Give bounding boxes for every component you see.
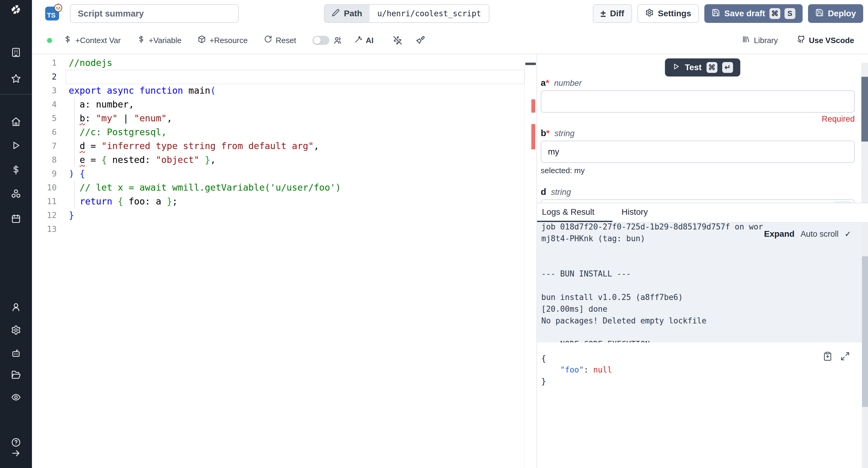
mascot-icon bbox=[54, 3, 63, 12]
main-area: TS Path u/henri/coolest_script ± Diff bbox=[32, 0, 868, 468]
expand-result-icon[interactable] bbox=[840, 352, 850, 364]
code-editor[interactable]: 12345678910111213 //nodejsexport async f… bbox=[32, 54, 536, 468]
windmill-logo-icon[interactable] bbox=[10, 4, 22, 16]
gear-icon bbox=[11, 325, 21, 336]
sidebar-item-workers[interactable] bbox=[0, 348, 32, 359]
line-number: 1 bbox=[32, 56, 66, 70]
log-line: --- NODE CODE EXECUTION --- bbox=[541, 338, 850, 342]
code-line-12[interactable]: } bbox=[66, 208, 524, 222]
sidebar-item-favorites[interactable] bbox=[0, 73, 32, 85]
line-number: 6 bbox=[32, 125, 66, 139]
sidebar-item-variables[interactable] bbox=[0, 165, 32, 176]
help-icon bbox=[11, 437, 21, 449]
sidebar-item-settings[interactable] bbox=[0, 325, 32, 336]
result-json-line: "foo": null bbox=[541, 364, 868, 375]
test-button[interactable]: Test ⌘ ↵ bbox=[665, 59, 740, 76]
sidebar-item-workspace[interactable] bbox=[0, 47, 32, 59]
pencil-icon bbox=[332, 9, 340, 19]
logs-result-panel: Logs & Result History job 018d7f20-27f0-… bbox=[537, 203, 868, 468]
topbar: TS Path u/henri/coolest_script ± Diff bbox=[32, 0, 868, 27]
code-line-6[interactable]: //c: Postgresql, bbox=[66, 125, 524, 139]
check-icon: ✓ bbox=[844, 230, 851, 239]
sidebar-item-account[interactable] bbox=[0, 302, 32, 313]
code-line-11[interactable]: return { foo: a }; bbox=[66, 195, 524, 208]
sidebar-item-resources[interactable] bbox=[0, 189, 32, 200]
line-number: 13 bbox=[32, 222, 66, 236]
sidebar-item-help[interactable] bbox=[0, 437, 32, 449]
logs-scrollbar[interactable] bbox=[862, 223, 868, 468]
test-args-form: Test ⌘ ↵ a* number Required b* string bbox=[537, 54, 868, 203]
add-variable-button[interactable]: +Variable bbox=[137, 35, 182, 45]
reset-button[interactable]: Reset bbox=[264, 35, 296, 45]
autoscroll-toggle[interactable]: Auto scroll bbox=[801, 230, 838, 239]
save-draft-button[interactable]: Save draft ⌘ S bbox=[704, 4, 802, 23]
logs-output[interactable]: job 018d7f20-27f0-725d-1b29-8d85179d757f… bbox=[537, 223, 868, 342]
user-icon bbox=[11, 302, 21, 313]
refresh-icon bbox=[264, 35, 272, 45]
code-line-7[interactable]: d = "inferred type string from default a… bbox=[66, 139, 524, 153]
add-resource-button[interactable]: +Resource bbox=[198, 35, 247, 45]
form-scrollbar[interactable] bbox=[861, 63, 868, 203]
code-line-3[interactable]: export async function main( bbox=[66, 84, 524, 98]
ai-assistant-button[interactable]: AI bbox=[354, 35, 374, 45]
sidebar-item-home[interactable] bbox=[0, 116, 32, 128]
code-line-1[interactable]: //nodejs bbox=[66, 56, 524, 70]
users-icon bbox=[333, 36, 342, 45]
log-line: [20.00ms] done bbox=[541, 303, 850, 315]
code-line-9[interactable]: ) { bbox=[66, 167, 524, 181]
cmd-key-hint: ⌘ bbox=[770, 8, 780, 19]
windmill-app: TS Path u/henri/coolest_script ± Diff bbox=[0, 0, 868, 468]
assistant-off-icon[interactable] bbox=[393, 36, 402, 45]
error-marker bbox=[531, 124, 535, 149]
field-d-input[interactable] bbox=[541, 199, 855, 203]
tab-history[interactable]: History bbox=[613, 203, 657, 222]
code-line-4[interactable]: a: number, bbox=[66, 98, 524, 111]
deploy-button[interactable]: Deploy bbox=[808, 4, 863, 23]
sidebar-item-audit-logs[interactable] bbox=[0, 392, 32, 404]
use-vscode-button[interactable]: Use VScode bbox=[797, 35, 854, 45]
topbar-actions: ± Diff Settings Save draft ⌘ S Deploy bbox=[593, 4, 863, 23]
add-context-var-button[interactable]: +Context Var bbox=[64, 35, 121, 45]
code-line-2[interactable] bbox=[66, 70, 524, 84]
line-number: 3 bbox=[32, 84, 66, 98]
format-brush-icon[interactable] bbox=[416, 36, 425, 45]
editor-code[interactable]: //nodejsexport async function main( a: n… bbox=[66, 56, 524, 236]
sidebar-item-schedules[interactable] bbox=[0, 213, 32, 225]
library-button[interactable]: Library bbox=[742, 35, 778, 45]
code-line-10[interactable]: // let x = await wmill.getVariable('u/us… bbox=[66, 181, 524, 195]
script-summary-input[interactable] bbox=[70, 4, 239, 23]
field-a-input[interactable] bbox=[541, 90, 855, 113]
path-field[interactable]: Path u/henri/coolest_script bbox=[324, 4, 490, 23]
indent-guide bbox=[74, 98, 75, 167]
path-value[interactable]: u/henri/coolest_script bbox=[370, 5, 489, 22]
editor-gutter: 12345678910111213 bbox=[32, 56, 66, 236]
tab-logs-result[interactable]: Logs & Result bbox=[537, 203, 613, 222]
save-icon bbox=[712, 8, 720, 19]
code-line-8[interactable]: e = { nested: "object" }, bbox=[66, 153, 524, 167]
sidebar-item-folders[interactable] bbox=[0, 370, 32, 381]
path-label: Path bbox=[344, 9, 362, 19]
result-output: { "foo": null} bbox=[537, 342, 868, 468]
diff-button[interactable]: ± Diff bbox=[593, 4, 632, 23]
s-key-hint: S bbox=[784, 8, 795, 19]
code-line-5[interactable]: b: "my" | "enum", bbox=[66, 111, 524, 125]
overview-ruler[interactable] bbox=[524, 54, 536, 468]
line-number: 8 bbox=[32, 153, 66, 167]
code-line-13[interactable] bbox=[66, 222, 524, 236]
diff-mode-toggle[interactable] bbox=[313, 36, 330, 45]
field-b-label: b* string bbox=[541, 128, 855, 138]
copy-result-icon[interactable] bbox=[823, 352, 832, 364]
save-icon bbox=[815, 8, 824, 19]
sidebar-item-runs[interactable] bbox=[0, 140, 32, 152]
status-dot bbox=[47, 38, 52, 43]
expand-logs-button[interactable]: Expand bbox=[764, 229, 795, 239]
run-panel: Test ⌘ ↵ a* number Required b* string bbox=[536, 54, 868, 468]
typescript-badge-label: TS bbox=[47, 11, 56, 19]
field-b-input[interactable] bbox=[541, 141, 855, 163]
editor-toolbar: +Context Var +Variable +Resource Reset A… bbox=[32, 27, 868, 54]
settings-button[interactable]: Settings bbox=[638, 4, 699, 23]
line-number: 11 bbox=[32, 195, 66, 208]
dollar-icon bbox=[11, 165, 21, 176]
play-icon bbox=[11, 140, 21, 152]
sidebar-item-expand-sidebar[interactable] bbox=[0, 448, 32, 460]
